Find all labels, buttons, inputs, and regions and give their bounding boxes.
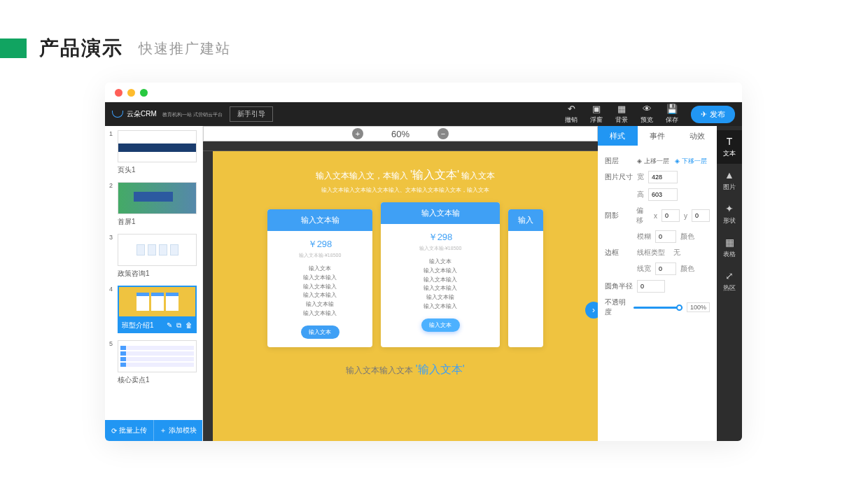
thumb-label: 首屏1 — [118, 217, 197, 227]
opacity-slider[interactable] — [634, 307, 682, 309]
sidebar-hotspot[interactable]: ⤢热区 — [717, 265, 742, 298]
layer-up-button[interactable]: ◈ 上移一层 — [637, 157, 669, 166]
background-icon: ▦ — [617, 104, 626, 114]
opacity-label: 不透明度 — [605, 298, 629, 317]
right-sidebar: T文本 ▲图片 ✦形状 ▦表格 ⤢热区 — [717, 126, 742, 441]
hero-text: 输入文本输入文，本输入 '输入文本' 输入文本 输入文本输入文本输入文本输入、文… — [234, 168, 577, 194]
undo-button[interactable]: ↶撤销 — [565, 104, 578, 125]
logo[interactable]: 云朵CRM 教育机构一站 式营销云平台 — [112, 109, 223, 119]
tab-animation[interactable]: 动效 — [677, 126, 717, 146]
sidebar-text[interactable]: T文本 — [717, 130, 742, 164]
zoom-in-button[interactable]: + — [352, 128, 363, 139]
editor-body: 1 页头1 2 首屏1 3 政策咨询1 4 — [105, 126, 742, 441]
eye-icon: 👁 — [643, 104, 652, 114]
layer-label: 图层 — [605, 156, 633, 166]
thumb-label-active: 班型介绍1 ✎ ⧉ 🗑 — [118, 318, 197, 333]
app-window: 云朵CRM 教育机构一站 式营销云平台 新手引导 ↶撤销 ▣浮窗 ▦背景 👁预览… — [105, 83, 742, 441]
mac-titlebar — [105, 83, 742, 102]
tab-event[interactable]: 事件 — [638, 126, 678, 146]
hotspot-icon: ⤢ — [725, 270, 734, 281]
shadow-label: 阴影 — [605, 211, 632, 220]
float-icon: ▣ — [592, 104, 601, 114]
float-button[interactable]: ▣浮窗 — [590, 104, 603, 125]
shape-icon: ✦ — [725, 203, 734, 214]
sidebar-table[interactable]: ▦表格 — [717, 231, 742, 265]
sidebar-shape[interactable]: ✦形状 — [717, 197, 742, 231]
properties-panel: 样式 事件 动效 图层 ◈ 上移一层 ◈ 下移一层 图片尺寸 宽 — [598, 126, 717, 441]
thumb-1[interactable]: 1 页头1 — [105, 126, 202, 178]
add-module-button[interactable]: ＋添加模块 — [154, 420, 202, 441]
sidebar-image[interactable]: ▲图片 — [717, 164, 742, 197]
thumb-4[interactable]: 4 班型介绍1 ✎ ⧉ 🗑 — [105, 281, 202, 336]
card-head-partial: 输入 — [508, 209, 543, 231]
delete-icon[interactable]: 🗑 — [186, 321, 192, 330]
price-card-2[interactable]: 输入文本输 ￥298 输入文本输-¥18500 输入文本输入文本输入输入文本输入… — [381, 202, 500, 347]
opacity-value: 100% — [687, 302, 710, 312]
image-icon: ▲ — [724, 169, 734, 181]
tab-style[interactable]: 样式 — [598, 126, 638, 146]
thumb-preview — [118, 234, 197, 266]
layer-down-button[interactable]: ◈ 下移一层 — [675, 157, 707, 166]
logo-text: 云朵CRM — [127, 109, 157, 119]
border-label: 边框 — [605, 248, 633, 258]
shadow-y-input[interactable] — [692, 209, 710, 222]
thumb-5[interactable]: 5 核心卖点1 — [105, 336, 202, 388]
thumb-2[interactable]: 2 首屏1 — [105, 178, 202, 230]
thumb-label: 政策咨询1 — [118, 269, 197, 279]
price-card-1[interactable]: 输入文本输 ￥298 输入文本输-¥18500 输入文本输入文本输入输入文本输入… — [267, 209, 372, 347]
width-input[interactable] — [648, 171, 678, 183]
thumbnails-panel: 1 页头1 2 首屏1 3 政策咨询1 4 — [105, 126, 203, 441]
preview-button[interactable]: 👁预览 — [640, 104, 653, 125]
right-tabs: 样式 事件 动效 — [598, 126, 717, 146]
thumb-label: 页头1 — [118, 165, 197, 175]
topbar: 云朵CRM 教育机构一站 式营销云平台 新手引导 ↶撤销 ▣浮窗 ▦背景 👁预览… — [105, 102, 742, 126]
line-type-select[interactable]: 无 — [673, 248, 680, 258]
close-dot[interactable] — [115, 89, 122, 97]
blur-input[interactable] — [655, 230, 676, 243]
thumb-preview — [118, 182, 197, 214]
card-button[interactable]: 输入文本 — [301, 326, 340, 339]
thumb-label: 核心卖点1 — [118, 375, 197, 385]
thumb-3[interactable]: 3 政策咨询1 — [105, 230, 202, 281]
thumb-preview — [118, 286, 197, 318]
grid-icon: ▦ — [725, 237, 734, 248]
page-header: 产品演示 快速推广建站 — [0, 0, 847, 83]
text-icon: T — [727, 136, 733, 147]
price-card-3[interactable]: 输入 › — [508, 209, 543, 347]
logo-subtext: 教育机构一站 式营销云平台 — [162, 112, 223, 117]
size-label: 图片尺寸 — [605, 172, 633, 182]
page-subtitle: 快速推广建站 — [139, 39, 231, 58]
canvas[interactable]: 输入文本输入文，本输入 '输入文本' 输入文本 输入文本输入文本输入文本输入、文… — [213, 151, 598, 441]
upload-icon: ⟳ — [111, 427, 117, 435]
radius-input[interactable] — [637, 280, 665, 293]
minimize-dot[interactable] — [127, 89, 135, 97]
card-button[interactable]: 输入文本 — [421, 318, 460, 332]
accent-bar — [0, 38, 27, 58]
plus-icon: ＋ — [160, 426, 167, 435]
zoom-out-button[interactable]: − — [438, 128, 449, 139]
zoom-bar: + 60% − — [203, 126, 598, 141]
thumb-preview — [118, 130, 197, 162]
cloud-icon — [112, 111, 123, 118]
publish-button[interactable]: ✈发布 — [691, 106, 735, 123]
zoom-value: 60% — [391, 129, 410, 139]
page-title: 产品演示 — [39, 35, 123, 62]
save-button[interactable]: 💾保存 — [666, 104, 678, 125]
plane-icon: ✈ — [701, 110, 707, 119]
height-input[interactable] — [648, 188, 678, 201]
guide-button[interactable]: 新手引导 — [230, 106, 273, 122]
ruler-horizontal — [203, 141, 598, 151]
toolbar-icons: ↶撤销 ▣浮窗 ▦背景 👁预览 💾保存 — [565, 104, 678, 125]
ruler-vertical — [203, 151, 213, 441]
copy-icon[interactable]: ⧉ — [176, 321, 181, 330]
edit-icon[interactable]: ✎ — [167, 321, 172, 330]
price-cards-row: 输入文本输 ￥298 输入文本输-¥18500 输入文本输入文本输入输入文本输入… — [234, 209, 577, 347]
background-button[interactable]: ▦背景 — [615, 104, 628, 125]
line-width-input[interactable] — [655, 262, 676, 275]
batch-upload-button[interactable]: ⟳批量上传 — [105, 420, 154, 441]
undo-icon: ↶ — [568, 104, 575, 114]
radius-label: 圆角半径 — [605, 281, 633, 291]
maximize-dot[interactable] — [140, 89, 148, 97]
shadow-x-input[interactable] — [662, 209, 680, 222]
canvas-area: + 60% − 输入文本输入文，本输入 '输入文本' 输入文本 输入文本输入文本… — [203, 126, 598, 441]
